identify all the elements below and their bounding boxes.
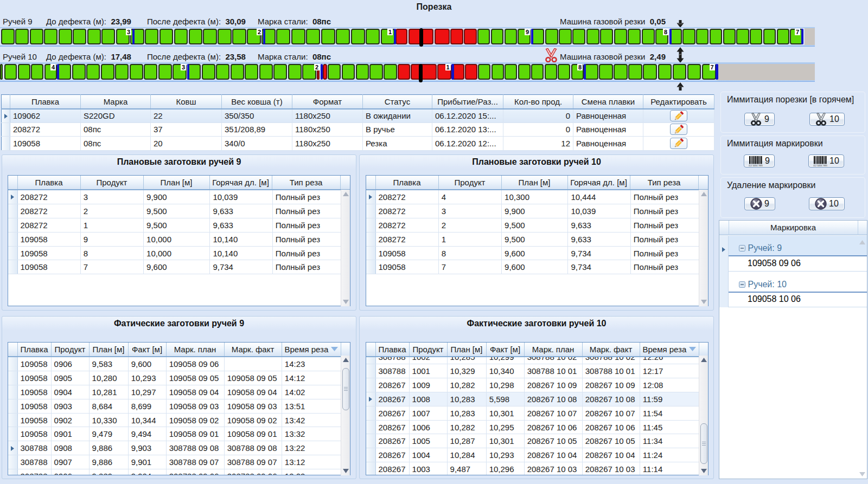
svg-text:012 3456 7891: 012 3456 7891 (813, 164, 827, 167)
svg-text:012 3456 7891: 012 3456 7891 (749, 164, 763, 167)
